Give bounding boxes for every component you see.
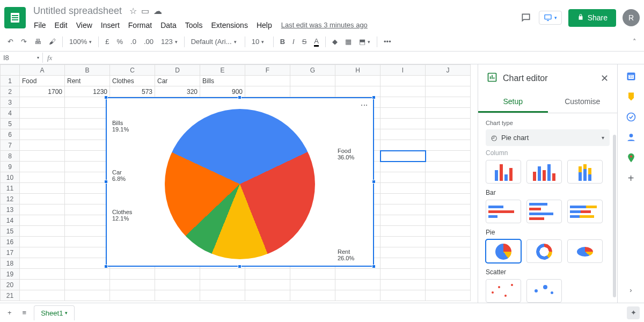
decrease-decimal-button[interactable]: .0	[127, 35, 140, 48]
svg-rect-1	[12, 15, 18, 16]
calendar-icon[interactable]: 31	[626, 71, 636, 82]
doc-title[interactable]: Untitled spreadsheet	[30, 4, 125, 18]
svg-point-9	[627, 113, 635, 121]
chevron-down-icon: ▾	[65, 310, 68, 316]
main-area: ABCDEFGHIJ1FoodRentClothesCarBills217001…	[0, 64, 644, 303]
embedded-chart[interactable]: ⋮ Food36.0%Rent26.0%Clothes12.1%Car6.8%B…	[106, 98, 374, 266]
chart-type-value: Pie chart	[501, 134, 529, 142]
separator	[377, 36, 377, 47]
paint-format-button[interactable]: 🖌	[46, 35, 59, 48]
contacts-icon[interactable]	[626, 132, 636, 143]
pie-label-food: Food36.0%	[338, 148, 354, 160]
category-scatter-label: Scatter	[486, 268, 610, 276]
sheets-logo[interactable]	[4, 7, 26, 28]
thumb-bar-3[interactable]	[567, 200, 603, 223]
percent-button[interactable]: %	[113, 35, 126, 48]
thumb-scatter-2[interactable]	[526, 279, 562, 303]
pie-chart	[165, 109, 315, 259]
name-box[interactable]: I8	[0, 53, 43, 63]
svg-rect-3	[12, 19, 18, 20]
bold-button[interactable]: B	[277, 35, 288, 48]
menu-tools[interactable]: Tools	[181, 19, 207, 32]
present-button[interactable]: ▾	[539, 11, 562, 25]
share-button[interactable]: Share	[568, 9, 616, 27]
zoom-select[interactable]: 100%	[66, 35, 95, 48]
title-area: Untitled spreadsheet ☆ ▭ ☁ File Edit Vie…	[30, 4, 519, 32]
redo-button[interactable]: ↷	[18, 35, 30, 48]
separator	[245, 36, 245, 47]
add-icon[interactable]: +	[626, 173, 636, 184]
avatar[interactable]: R	[623, 9, 640, 26]
thumb-column-1[interactable]	[486, 160, 521, 184]
header-right: ▾ Share R	[519, 9, 640, 27]
sidebar-body: Chart type ◴ Pie chart Column Bar Pie	[478, 113, 617, 303]
menu-edit[interactable]: Edit	[51, 19, 71, 32]
all-sheets-button[interactable]: ≡	[19, 306, 30, 319]
toolbar: ↶ ↷ 🖶 🖌 100% £ % .0 .00 123 Default (Ari…	[0, 32, 644, 52]
tab-setup[interactable]: Setup	[478, 92, 548, 113]
text-color-button[interactable]: A	[311, 35, 322, 49]
pie-label-clothes: Clothes12.1%	[112, 209, 132, 222]
menu-help[interactable]: Help	[253, 19, 276, 32]
undo-button[interactable]: ↶	[4, 35, 17, 48]
thumb-bar-2[interactable]	[526, 200, 562, 223]
thumb-scatter-1[interactable]	[486, 279, 521, 303]
hide-rail-icon[interactable]: ›	[626, 284, 636, 295]
pie-label-bills: Bills19.1%	[112, 120, 129, 133]
more-button[interactable]: •••	[380, 35, 394, 48]
add-sheet-button[interactable]: +	[4, 306, 15, 319]
italic-button[interactable]: I	[289, 35, 298, 48]
fill-color-button[interactable]: ◆	[329, 35, 341, 48]
thumb-pie-3d[interactable]	[567, 239, 603, 263]
strike-button[interactable]: S	[299, 35, 310, 48]
borders-button[interactable]: ▦	[342, 35, 355, 48]
thumb-pie-donut[interactable]	[526, 239, 562, 263]
thumb-pie-1[interactable]	[486, 239, 521, 263]
svg-rect-2	[12, 17, 18, 18]
svg-point-10	[629, 134, 633, 137]
tasks-icon[interactable]	[626, 112, 636, 122]
menu-extensions[interactable]: Extensions	[207, 19, 251, 32]
fx-icon: fx	[43, 54, 56, 62]
menu-data[interactable]: Data	[157, 19, 180, 32]
chart-menu-icon[interactable]: ⋮	[360, 101, 369, 108]
cloud-status-icon[interactable]: ☁	[153, 6, 162, 16]
move-icon[interactable]: ▭	[141, 6, 149, 16]
thumb-column-2[interactable]	[526, 160, 562, 184]
scrollbar[interactable]	[613, 135, 616, 297]
merge-button[interactable]: ⬒	[356, 35, 374, 48]
thumb-bar-1[interactable]	[486, 200, 521, 223]
font-size-select[interactable]: 10	[248, 35, 270, 48]
keep-icon[interactable]	[626, 91, 636, 102]
menu-view[interactable]: View	[72, 19, 96, 32]
right-rail: 31 + ›	[617, 64, 644, 303]
menu-file[interactable]: File	[30, 19, 50, 32]
increase-decimal-button[interactable]: .00	[141, 35, 157, 48]
chart-editor-icon	[487, 72, 497, 84]
tab-customise[interactable]: Customise	[548, 92, 618, 113]
sheet-tab-1[interactable]: Sheet1▾	[34, 305, 75, 320]
currency-button[interactable]: £	[102, 35, 112, 48]
category-column-label-cut: Column	[486, 149, 610, 157]
collapse-toolbar-icon[interactable]: ˄	[630, 35, 640, 48]
formula-input[interactable]	[56, 57, 644, 59]
sidebar-title: Chart editor	[503, 74, 595, 83]
number-format-select[interactable]: 123	[158, 35, 181, 48]
chart-type-select[interactable]: ◴ Pie chart	[486, 129, 610, 146]
comment-history-icon[interactable]	[519, 11, 532, 24]
close-icon[interactable]: ✕	[601, 72, 609, 84]
menu-format[interactable]: Format	[125, 19, 156, 32]
category-pie-label: Pie	[486, 229, 610, 236]
menu-insert[interactable]: Insert	[97, 19, 123, 32]
star-icon[interactable]: ☆	[129, 6, 137, 16]
print-button[interactable]: 🖶	[31, 35, 45, 48]
last-edit-link[interactable]: Last edit was 3 minutes ago	[281, 21, 368, 29]
sidebar-tabs: Setup Customise	[478, 92, 617, 113]
maps-icon[interactable]	[626, 152, 636, 163]
explore-button[interactable]: ✦	[627, 306, 640, 319]
sheet-tabs-bar: + ≡ Sheet1▾ ✦	[0, 303, 644, 322]
thumb-column-3[interactable]	[567, 160, 603, 184]
svg-point-11	[630, 155, 632, 157]
font-select[interactable]: Default (Ari...	[188, 35, 241, 48]
chart-type-label: Chart type	[486, 120, 610, 126]
